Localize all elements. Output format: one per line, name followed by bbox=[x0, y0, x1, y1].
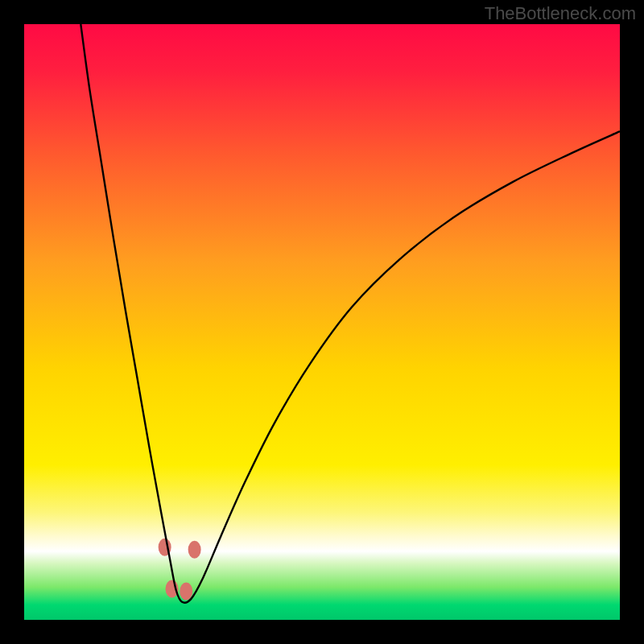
watermark-text: TheBottleneck.com bbox=[485, 3, 636, 24]
bottleneck-chart bbox=[24, 24, 620, 620]
chart-frame: TheBottleneck.com bbox=[0, 0, 644, 644]
gradient-background bbox=[24, 24, 620, 620]
curve-marker bbox=[188, 541, 201, 559]
plot-area bbox=[24, 24, 620, 620]
curve-marker bbox=[180, 582, 192, 600]
